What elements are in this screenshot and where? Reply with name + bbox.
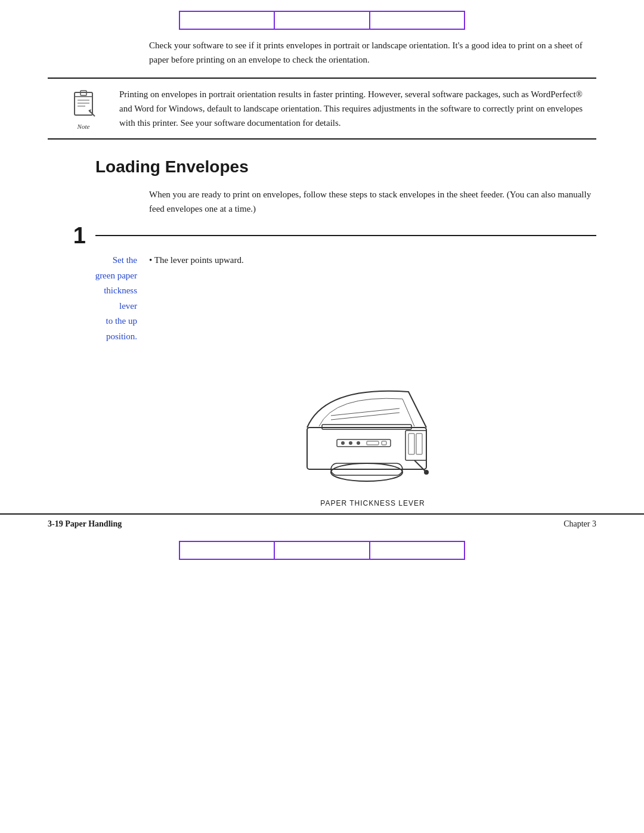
nav-cell-top-2[interactable] [274, 11, 369, 29]
nav-bar-top [0, 0, 644, 38]
svg-line-24 [331, 413, 400, 420]
nav-cell-top-1[interactable] [179, 11, 274, 29]
svg-point-14 [349, 441, 352, 445]
step-main: The lever points upward. [149, 253, 596, 344]
nav-bar-bottom [0, 534, 644, 566]
step-sidebar: Set the green paper thickness lever to t… [48, 253, 149, 344]
printer-caption: PAPER THICKNESS LEVER [320, 499, 425, 507]
step-content: Set the green paper thickness lever to t… [48, 253, 596, 344]
step-sidebar-line5: to the up [106, 316, 138, 326]
intro-paragraph: Check your software to see if it prints … [149, 38, 596, 67]
section-intro-para: When you are ready to print on envelopes… [149, 187, 596, 216]
nav-cell-bottom-2[interactable] [274, 541, 369, 559]
step-header: 1 [48, 224, 596, 247]
step-sidebar-line6: position. [106, 332, 137, 341]
step-1-container: 1 Set the green paper thickness lever to… [48, 224, 596, 344]
step-sidebar-line1: Set the [113, 255, 137, 265]
printer-illustration [289, 362, 456, 493]
nav-table-top [179, 11, 465, 30]
svg-line-23 [331, 408, 400, 416]
svg-point-15 [357, 441, 360, 445]
note-icon [69, 89, 98, 119]
step-bullets: The lever points upward. [149, 253, 596, 268]
svg-rect-19 [408, 433, 414, 454]
nav-cell-bottom-3[interactable] [370, 541, 465, 559]
svg-point-9 [331, 463, 402, 481]
footer-right: Chapter 3 [564, 519, 596, 529]
section-heading: Loading Envelopes [95, 157, 596, 176]
step-sidebar-line4: lever [119, 301, 137, 311]
note-icon-area: Note [48, 87, 119, 130]
svg-rect-12 [337, 439, 391, 447]
svg-rect-17 [382, 441, 386, 445]
svg-rect-16 [367, 441, 379, 445]
note-section: Note Printing on envelopes in portrait o… [48, 78, 596, 140]
step-sidebar-line2: green paper [95, 271, 137, 280]
footer: 3-19 Paper Handling Chapter 3 [0, 513, 644, 534]
svg-point-22 [424, 470, 429, 475]
nav-cell-top-3[interactable] [370, 11, 465, 29]
note-label: Note [48, 123, 119, 130]
printer-area: PAPER THICKNESS LEVER [149, 362, 596, 507]
printer-svg [289, 362, 456, 493]
step-number: 1 [48, 224, 95, 247]
content-area: Check your software to see if it prints … [0, 38, 644, 507]
step-line [95, 235, 596, 236]
footer-left: 3-19 Paper Handling [48, 519, 122, 529]
step-bullet-1: The lever points upward. [149, 253, 596, 268]
step-sidebar-line3: thickness [104, 286, 137, 295]
nav-cell-bottom-1[interactable] [179, 541, 274, 559]
svg-point-13 [341, 441, 345, 445]
page: Check your software to see if it prints … [0, 0, 644, 833]
nav-table-bottom [179, 541, 465, 560]
note-text: Printing on envelopes in portrait orient… [119, 87, 596, 130]
svg-rect-20 [416, 433, 422, 454]
svg-line-21 [414, 460, 426, 472]
